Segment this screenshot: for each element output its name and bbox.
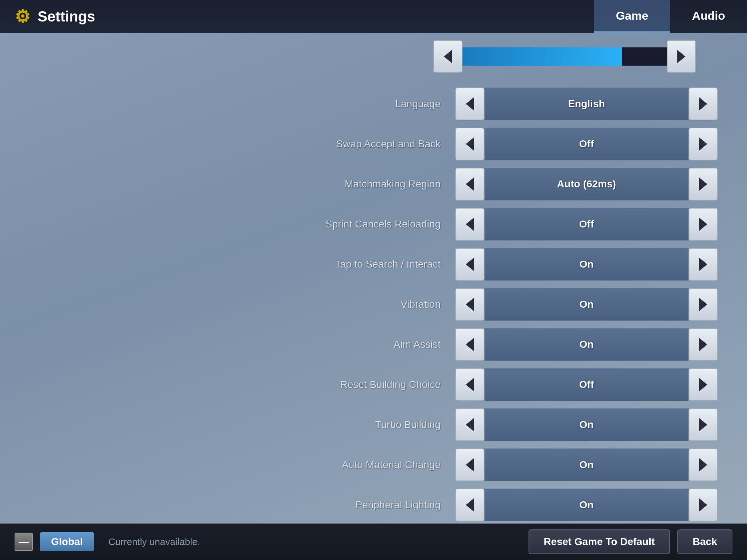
auto-material-change-value: On: [484, 448, 689, 481]
setting-row-peripheral-lighting: Peripheral Lighting On: [29, 485, 718, 524]
minus-button[interactable]: —: [15, 533, 33, 551]
setting-row-aim-assist: Aim Assist On: [29, 324, 718, 365]
setting-label-turbo-building: Turbo Building: [266, 419, 455, 431]
setting-control-tap-to-search: On: [455, 248, 718, 281]
peripheral-lighting-value: On: [484, 489, 689, 521]
matchmaking-region-value: Auto (62ms): [484, 168, 689, 201]
setting-control-auto-material-change: On: [455, 448, 718, 481]
reset-game-to-default-button[interactable]: Reset Game To Default: [529, 529, 670, 554]
setting-label-auto-material-change: Auto Material Change: [266, 459, 455, 471]
setting-label-aim-assist: Aim Assist: [266, 339, 455, 350]
slider-left-btn[interactable]: [433, 40, 462, 73]
swap-accept-back-left-btn[interactable]: [455, 128, 484, 160]
setting-label-swap-accept-back: Swap Accept and Back: [266, 138, 455, 150]
slider-bar: [462, 47, 667, 66]
sprint-cancels-reloading-value: Off: [484, 208, 689, 241]
reset-building-choice-value: Off: [484, 368, 689, 401]
vibration-right-btn[interactable]: [689, 288, 718, 321]
setting-label-vibration: Vibration: [266, 299, 455, 310]
setting-control-reset-building-choice: Off: [455, 368, 718, 401]
matchmaking-region-left-btn[interactable]: [455, 168, 484, 201]
header: ⚙ Settings Game Audio: [0, 0, 747, 33]
sprint-cancels-reloading-left-btn[interactable]: [455, 208, 484, 241]
settings-area: Language English Swap Accept and Back Of…: [0, 33, 747, 524]
setting-control-swap-accept-back: Off: [455, 128, 718, 160]
setting-row-auto-material-change: Auto Material Change On: [29, 445, 718, 485]
setting-label-language: Language: [266, 98, 455, 110]
tab-game[interactable]: Game: [594, 0, 670, 33]
setting-control-turbo-building: On: [455, 408, 718, 441]
turbo-building-right-btn[interactable]: [689, 408, 718, 441]
setting-control-aim-assist: On: [455, 328, 718, 361]
language-value: English: [484, 88, 689, 120]
reset-building-choice-right-btn[interactable]: [689, 368, 718, 401]
language-left-btn[interactable]: [455, 88, 484, 120]
setting-label-sprint-cancels-reloading: Sprint Cancels Reloading: [266, 218, 455, 230]
setting-row-matchmaking-region: Matchmaking Region Auto (62ms): [29, 164, 718, 204]
top-slider-row: [29, 33, 718, 80]
setting-row-vibration: Vibration On: [29, 284, 718, 324]
setting-row-language: Language English: [29, 84, 718, 124]
status-text: Currently unavailable.: [108, 536, 521, 548]
main-content: Language English Swap Accept and Back Of…: [0, 33, 747, 524]
peripheral-lighting-right-btn[interactable]: [689, 489, 718, 521]
tab-audio[interactable]: Audio: [670, 0, 747, 33]
setting-row-reset-building-choice: Reset Building Choice Off: [29, 365, 718, 405]
setting-control-language: English: [455, 88, 718, 120]
setting-control-vibration: On: [455, 288, 718, 321]
turbo-building-value: On: [484, 408, 689, 441]
header-title-group: ⚙ Settings: [15, 6, 95, 27]
tap-to-search-right-btn[interactable]: [689, 248, 718, 281]
setting-label-peripheral-lighting: Peripheral Lighting: [266, 499, 455, 511]
global-badge[interactable]: Global: [40, 532, 94, 551]
setting-control-peripheral-lighting: On: [455, 489, 718, 521]
bottom-right-buttons: Reset Game To Default Back: [529, 529, 732, 554]
header-tabs: Game Audio: [594, 0, 747, 33]
matchmaking-region-right-btn[interactable]: [689, 168, 718, 201]
setting-row-turbo-building: Turbo Building On: [29, 405, 718, 445]
slider-fill: [462, 47, 622, 66]
language-right-btn[interactable]: [689, 88, 718, 120]
swap-accept-back-right-btn[interactable]: [689, 128, 718, 160]
setting-row-tap-to-search: Tap to Search / Interact On: [29, 244, 718, 284]
gear-icon: ⚙: [15, 6, 30, 27]
setting-label-reset-building-choice: Reset Building Choice: [266, 379, 455, 390]
peripheral-lighting-left-btn[interactable]: [455, 489, 484, 521]
setting-row-sprint-cancels-reloading: Sprint Cancels Reloading Off: [29, 204, 718, 244]
auto-material-change-left-btn[interactable]: [455, 448, 484, 481]
slider-right-btn[interactable]: [667, 40, 696, 73]
setting-label-tap-to-search: Tap to Search / Interact: [266, 258, 455, 270]
tap-to-search-value: On: [484, 248, 689, 281]
aim-assist-value: On: [484, 328, 689, 361]
aim-assist-right-btn[interactable]: [689, 328, 718, 361]
tap-to-search-left-btn[interactable]: [455, 248, 484, 281]
app-title: Settings: [38, 8, 95, 25]
setting-control-matchmaking-region: Auto (62ms): [455, 168, 718, 201]
back-button[interactable]: Back: [677, 529, 732, 554]
setting-row-swap-accept-back: Swap Accept and Back Off: [29, 124, 718, 164]
sprint-cancels-reloading-right-btn[interactable]: [689, 208, 718, 241]
setting-label-matchmaking-region: Matchmaking Region: [266, 178, 455, 190]
setting-control-sprint-cancels-reloading: Off: [455, 208, 718, 241]
reset-building-choice-left-btn[interactable]: [455, 368, 484, 401]
aim-assist-left-btn[interactable]: [455, 328, 484, 361]
auto-material-change-right-btn[interactable]: [689, 448, 718, 481]
vibration-value: On: [484, 288, 689, 321]
bottom-bar: — Global Currently unavailable. Reset Ga…: [0, 524, 747, 560]
turbo-building-left-btn[interactable]: [455, 408, 484, 441]
vibration-left-btn[interactable]: [455, 288, 484, 321]
swap-accept-back-value: Off: [484, 128, 689, 160]
